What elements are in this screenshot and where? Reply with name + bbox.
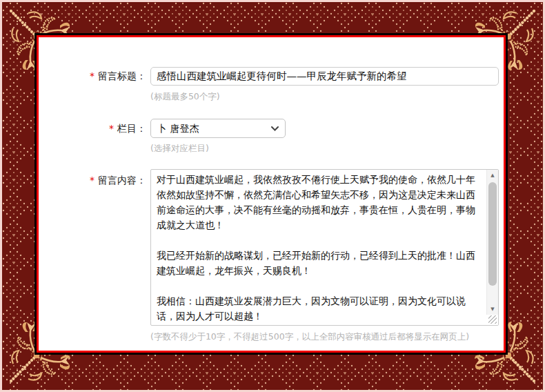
- required-asterisk: *: [90, 70, 95, 81]
- triangle-up-icon[interactable]: ▲: [487, 170, 498, 181]
- title-input[interactable]: [150, 67, 499, 86]
- category-label: *栏目：: [39, 119, 146, 138]
- triangle-down-icon[interactable]: ▼: [487, 304, 498, 315]
- chevron-down-icon: [271, 126, 279, 131]
- title-hint: (标题最多50个字): [150, 91, 220, 103]
- required-asterisk: *: [90, 175, 95, 186]
- title-label: *留言标题：: [39, 67, 146, 86]
- resize-grip-icon[interactable]: [488, 315, 497, 324]
- title-label-text: 留言标题：: [98, 70, 146, 81]
- content-textarea-text: 对于山西建筑业崛起，我依然孜孜不倦行使上天赋予我的使命，依然几十年依然如故坚持不…: [151, 170, 486, 324]
- page: *留言标题： (标题最多50个字) *栏目： 卜 唐登杰 (选择对应栏目) *留…: [0, 0, 545, 392]
- required-asterisk: *: [109, 123, 114, 134]
- content-textarea[interactable]: 对于山西建筑业崛起，我依然孜孜不倦行使上天赋予我的使命，依然几十年依然如故坚持不…: [150, 169, 499, 326]
- content-label: *留言内容：: [39, 173, 146, 188]
- category-label-text: 栏目：: [117, 123, 146, 134]
- category-hint: (选择对应栏目): [150, 143, 209, 155]
- content-hint: (字数不得少于10字，不得超过500字，以上全部内容审核通过后都将显示在网页上): [150, 331, 469, 343]
- category-selected-value: 卜 唐登杰: [157, 119, 199, 137]
- message-form: *留言标题： (标题最多50个字) *栏目： 卜 唐登杰 (选择对应栏目) *留…: [39, 37, 504, 351]
- message-form-panel: *留言标题： (标题最多50个字) *栏目： 卜 唐登杰 (选择对应栏目) *留…: [37, 35, 506, 353]
- scrollbar-thumb[interactable]: [488, 182, 497, 286]
- category-select[interactable]: 卜 唐登杰: [150, 119, 286, 138]
- content-label-text: 留言内容：: [98, 175, 146, 186]
- textarea-scrollbar[interactable]: ▲ ▼: [486, 170, 498, 325]
